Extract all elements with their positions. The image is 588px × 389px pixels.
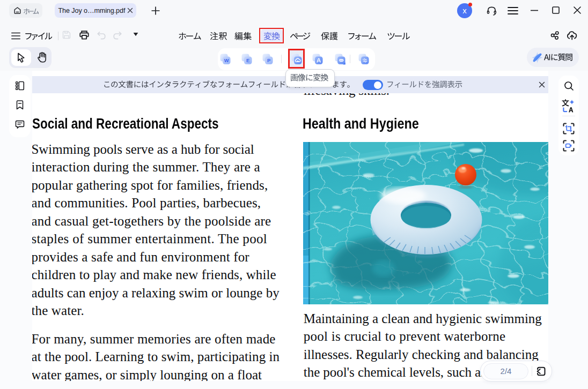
svg-text:P: P	[267, 58, 270, 63]
svg-text:W: W	[224, 58, 229, 63]
svg-text:E: E	[246, 58, 249, 63]
